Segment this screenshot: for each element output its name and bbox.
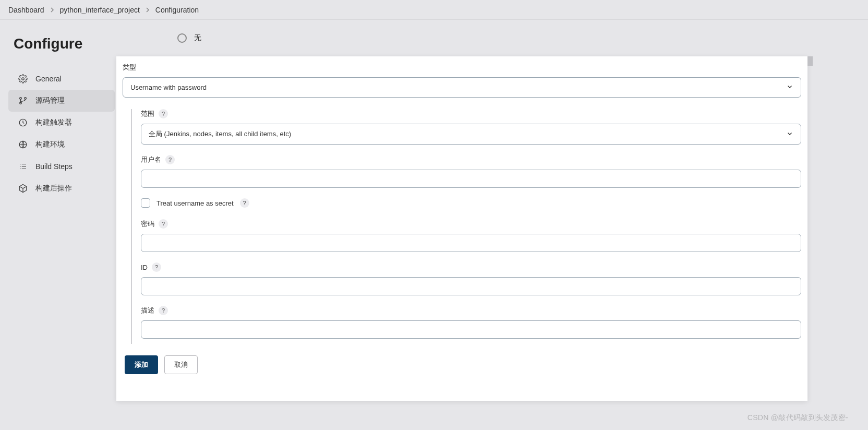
help-icon[interactable]: ?: [159, 219, 168, 229]
clock-icon: [18, 117, 28, 128]
sidebar-item-source[interactable]: 源码管理: [8, 90, 115, 112]
list-icon: [18, 161, 28, 172]
type-label: 类型: [123, 63, 801, 72]
breadcrumb-item-configuration[interactable]: Configuration: [155, 6, 199, 14]
svg-point-0: [22, 78, 25, 80]
description-label: 描述: [141, 306, 154, 315]
sidebar-item-label: General: [35, 75, 62, 83]
breadcrumb-item-dashboard[interactable]: Dashboard: [8, 6, 44, 14]
username-label: 用户名: [141, 155, 161, 164]
type-value: Username with password: [130, 83, 207, 91]
cube-icon: [18, 183, 28, 194]
branch-icon: [18, 95, 28, 106]
globe-icon: [18, 139, 28, 150]
help-icon[interactable]: ?: [240, 198, 249, 208]
id-label: ID: [141, 264, 148, 271]
scm-none-option[interactable]: 无: [177, 33, 868, 43]
svg-point-2: [25, 98, 27, 100]
sidebar-item-label: 构建触发器: [35, 118, 72, 127]
svg-point-1: [20, 98, 22, 100]
sidebar-nav: General 源码管理 构建触发器 构建环境 Build Steps 构建后操…: [8, 68, 115, 199]
sidebar-item-label: 构建后操作: [35, 184, 72, 193]
help-icon[interactable]: ?: [152, 262, 161, 272]
username-input[interactable]: [141, 170, 801, 188]
chevron-down-icon: [786, 83, 793, 92]
sidebar-item-triggers[interactable]: 构建触发器: [8, 112, 115, 134]
page-title: Configure: [14, 35, 115, 52]
sidebar-item-label: 构建环境: [35, 140, 65, 149]
scrollbar-thumb[interactable]: [807, 56, 813, 66]
watermark: CSDN @敲代码敲到头发茂密-: [748, 413, 848, 423]
sidebar-item-label: 源码管理: [35, 96, 65, 105]
password-label: 密码: [141, 219, 154, 229]
scope-label: 范围: [141, 109, 154, 118]
radio-icon[interactable]: [177, 33, 187, 43]
scope-select[interactable]: 全局 (Jenkins, nodes, items, all child ite…: [141, 124, 801, 145]
help-icon[interactable]: ?: [159, 109, 168, 118]
sidebar-item-post[interactable]: 构建后操作: [8, 177, 115, 199]
sidebar-item-env[interactable]: 构建环境: [8, 134, 115, 156]
chevron-down-icon: [786, 130, 793, 139]
help-icon[interactable]: ?: [159, 306, 168, 315]
treat-secret-label: Treat username as secret: [156, 199, 234, 207]
add-button[interactable]: 添加: [125, 355, 158, 374]
chevron-right-icon: [145, 7, 150, 13]
description-input[interactable]: [141, 320, 801, 339]
chevron-right-icon: [50, 7, 55, 13]
treat-secret-checkbox[interactable]: [141, 198, 150, 208]
sidebar-item-steps[interactable]: Build Steps: [8, 156, 115, 177]
scope-value: 全局 (Jenkins, nodes, items, all child ite…: [149, 129, 291, 139]
cancel-button[interactable]: 取消: [164, 355, 198, 374]
sidebar-item-general[interactable]: General: [8, 68, 115, 90]
add-credentials-dialog: 类型 Username with password 范围 ? 全局 (Jenki…: [116, 56, 807, 401]
type-select[interactable]: Username with password: [123, 77, 801, 98]
breadcrumb-item-project[interactable]: python_interface_project: [60, 6, 140, 14]
sidebar-item-label: Build Steps: [35, 162, 73, 171]
help-icon[interactable]: ?: [165, 155, 175, 164]
id-input[interactable]: [141, 277, 801, 295]
password-input[interactable]: [141, 234, 801, 252]
gear-icon: [18, 74, 28, 84]
radio-label: 无: [194, 33, 201, 43]
breadcrumb: Dashboard python_interface_project Confi…: [0, 0, 868, 20]
